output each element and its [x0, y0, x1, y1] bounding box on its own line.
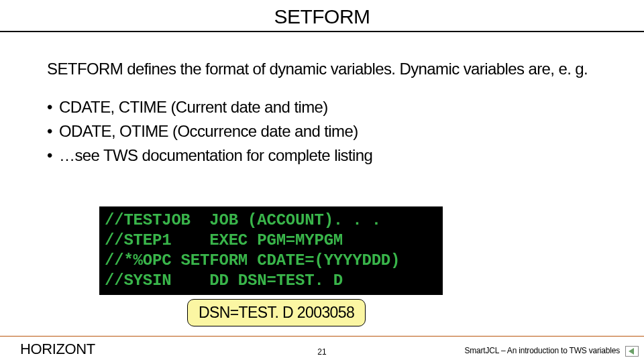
code-line: //STEP1 EXEC PGM=MYPGM	[105, 231, 343, 249]
list-item-text: CDATE, CTIME (Current date and time)	[59, 95, 328, 119]
page-title: SETFORM	[0, 5, 644, 28]
title-area: SETFORM	[0, 1, 644, 34]
list-item-text: ODATE, OTIME (Occurrence date and time)	[59, 119, 358, 143]
title-divider	[0, 31, 644, 32]
footer-divider	[0, 336, 644, 337]
list-item: • …see TWS documentation for complete li…	[47, 143, 617, 168]
callout-box: DSN=TEST. D 2003058	[187, 299, 366, 326]
bullet-list: • CDATE, CTIME (Current date and time) •…	[47, 95, 617, 168]
footer-subtitle: SmartJCL – An introduction to TWS variab…	[464, 346, 620, 355]
list-item: • ODATE, OTIME (Occurrence date and time…	[47, 119, 617, 143]
body-area: SETFORM defines the format of dynamic va…	[47, 59, 617, 168]
code-line: //*%OPC SETFORM CDATE=(YYYYDDD)	[105, 251, 400, 269]
code-line: //SYSIN DD DSN=TEST. D	[105, 272, 343, 290]
bullet-dot: •	[47, 143, 59, 168]
code-block: //TESTJOB JOB (ACCOUNT). . . //STEP1 EXE…	[99, 206, 443, 295]
callout-text: DSN=TEST. D 2003058	[199, 304, 354, 321]
back-icon[interactable]	[625, 346, 639, 357]
list-item-text: …see TWS documentation for complete list…	[59, 143, 372, 168]
bullet-dot: •	[47, 95, 59, 119]
slide: SETFORM SETFORM defines the format of dy…	[0, 0, 644, 362]
intro-text: SETFORM defines the format of dynamic va…	[47, 59, 617, 79]
bullet-dot: •	[47, 119, 59, 143]
list-item: • CDATE, CTIME (Current date and time)	[47, 95, 617, 119]
code-line: //TESTJOB JOB (ACCOUNT). . .	[105, 211, 381, 229]
